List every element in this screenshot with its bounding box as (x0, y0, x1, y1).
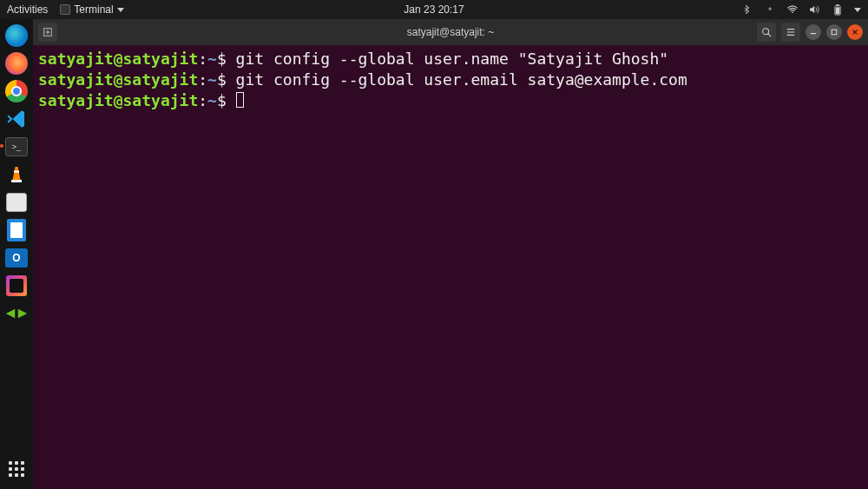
command-text: git config --global user.name "Satyajit … (236, 50, 669, 68)
clock[interactable]: Jan 23 20:17 (404, 3, 464, 16)
window-close-button[interactable] (847, 24, 863, 40)
window-maximize-button[interactable] (826, 24, 842, 40)
prompt-user: satyajit@satyajit (38, 70, 198, 89)
svg-point-7 (763, 29, 769, 35)
terminal-line: satyajit@satyajit:~$ git config --global… (38, 69, 863, 90)
search-button[interactable] (757, 23, 776, 42)
dock-item-writer[interactable] (3, 217, 30, 243)
hamburger-menu-button[interactable] (781, 23, 800, 42)
chevron-down-icon (117, 8, 124, 12)
dock-item-vlc[interactable] (3, 162, 30, 188)
network-icon[interactable] (786, 3, 799, 16)
volume-icon[interactable] (809, 3, 821, 16)
cursor (236, 92, 244, 108)
command-text: git config --global user.email satya@exa… (236, 70, 687, 89)
prompt-dollar: $ (217, 91, 236, 109)
dock-item-edge[interactable] (3, 23, 30, 49)
svg-rect-2 (836, 4, 838, 6)
bluetooth-icon[interactable] (741, 3, 753, 16)
dock-item-files[interactable] (3, 189, 30, 215)
terminal-line: satyajit@satyajit:~$ git config --global… (38, 49, 863, 69)
dock-item-intellij[interactable] (3, 273, 30, 299)
dock-item-firefox[interactable] (3, 50, 30, 76)
app-menu-label: Terminal (74, 3, 113, 16)
app-menu[interactable]: Terminal (60, 3, 123, 16)
window-titlebar: satyajit@satyajit: ~ (33, 19, 868, 45)
svg-rect-8 (832, 30, 837, 35)
activities-button[interactable]: Activities (7, 3, 48, 16)
terminal-app-icon (60, 4, 70, 15)
svg-rect-3 (836, 7, 840, 14)
dock-item-vscode[interactable] (3, 106, 30, 132)
window-minimize-button[interactable] (806, 24, 821, 40)
terminal-line: satyajit@satyajit:~$ (38, 90, 863, 111)
prompt-path: ~ (207, 91, 217, 109)
new-tab-button[interactable] (38, 23, 57, 42)
show-applications-button[interactable] (3, 456, 30, 482)
prompt-colon: : (198, 50, 207, 68)
dock: >_ O (0, 19, 33, 489)
tray-separator-icon: • (764, 3, 776, 16)
prompt-colon: : (198, 91, 207, 109)
system-menu-chevron-icon[interactable] (854, 8, 861, 12)
svg-rect-4 (11, 180, 22, 182)
dock-item-app[interactable] (3, 301, 30, 327)
prompt-colon: : (198, 70, 207, 89)
gnome-topbar: Activities Terminal Jan 23 20:17 • (0, 0, 868, 19)
terminal-window: satyajit@satyajit: ~ satyajit@satyajit:~… (33, 19, 868, 489)
terminal-content[interactable]: satyajit@satyajit:~$ git config --global… (33, 45, 868, 489)
prompt-dollar: $ (217, 70, 236, 89)
dock-item-outlook[interactable]: O (3, 245, 30, 271)
window-title: satyajit@satyajit: ~ (407, 26, 495, 38)
dock-item-terminal[interactable]: >_ (3, 134, 30, 160)
svg-rect-5 (14, 171, 19, 173)
battery-icon[interactable] (832, 3, 844, 16)
svg-point-0 (792, 12, 793, 14)
prompt-path: ~ (207, 50, 217, 68)
prompt-user: satyajit@satyajit (38, 50, 198, 68)
prompt-user: satyajit@satyajit (38, 91, 198, 109)
prompt-dollar: $ (217, 50, 236, 68)
prompt-path: ~ (207, 70, 217, 89)
dock-item-chrome[interactable] (3, 78, 30, 104)
